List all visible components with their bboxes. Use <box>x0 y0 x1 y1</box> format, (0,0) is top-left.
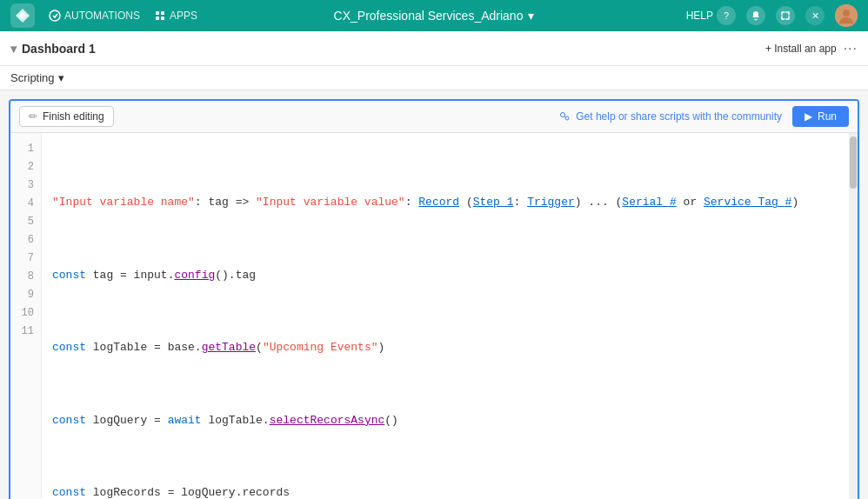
svg-rect-5 <box>161 17 164 20</box>
svg-rect-2 <box>156 11 159 15</box>
run-label: Run <box>818 110 837 123</box>
app-logo[interactable] <box>10 3 35 28</box>
line-num-10: 10 <box>10 304 41 323</box>
dashboard-title: Dashboard 1 <box>22 42 96 56</box>
line-num-2: 2 <box>10 158 41 176</box>
finish-editing-button[interactable]: ✏ Finish editing <box>19 106 114 127</box>
scripting-dropdown[interactable]: Scripting ▾ <box>10 71 64 84</box>
user-avatar[interactable] <box>835 4 858 27</box>
line-numbers: 1 2 3 4 5 6 7 8 9 10 11 <box>10 133 42 499</box>
close-icon[interactable]: ✕ <box>805 6 825 25</box>
run-icon: ▶ <box>805 110 812 123</box>
svg-rect-3 <box>161 11 164 15</box>
community-link[interactable]: Get help or share scripts with the commu… <box>558 110 782 123</box>
title-dropdown-icon: ▾ <box>528 9 534 23</box>
app-title: CX_Professional Services_Adriano <box>334 9 524 23</box>
dashboard-arrow: ▾ <box>10 42 17 56</box>
automations-label: AUTOMATIONS <box>64 10 140 22</box>
run-button[interactable]: ▶ Run <box>792 106 849 127</box>
top-navigation: AUTOMATIONS APPS CX_Professional Service… <box>0 0 868 31</box>
finish-editing-label: Finish editing <box>43 110 104 123</box>
toolbar-right: Get help or share scripts with the commu… <box>558 106 849 127</box>
nav-left: AUTOMATIONS APPS <box>10 3 197 28</box>
help-button[interactable]: HELP ? <box>686 6 736 25</box>
svg-point-8 <box>561 113 565 117</box>
install-app-button[interactable]: + Install an app <box>765 43 837 55</box>
svg-point-7 <box>843 10 850 17</box>
dashboard-bar: ▾ Dashboard 1 + Install an app ··· <box>0 31 868 66</box>
community-link-text: Get help or share scripts with the commu… <box>576 110 782 123</box>
svg-point-1 <box>50 10 60 21</box>
help-label: HELP <box>686 10 713 22</box>
line-num-4: 4 <box>10 195 41 213</box>
code-line-4: const logQuery = await logTable.selectRe… <box>52 412 838 430</box>
apps-nav[interactable]: APPS <box>154 10 197 22</box>
code-line-3: const logTable = base.getTable("Upcoming… <box>52 339 838 357</box>
dashboard-title-section: ▾ Dashboard 1 <box>10 42 96 56</box>
editor-toolbar: ✏ Finish editing Get help or share scrip… <box>10 101 858 133</box>
scrollbar[interactable] <box>849 133 858 499</box>
svg-rect-4 <box>156 17 159 20</box>
code-line-5: const logRecords = logQuery.records <box>52 484 838 499</box>
expand-icon[interactable] <box>776 6 795 25</box>
apps-label: APPS <box>170 10 197 22</box>
scripting-label-text: Scripting <box>10 71 55 84</box>
pencil-icon: ✏ <box>29 110 37 123</box>
line-num-7: 7 <box>10 250 41 268</box>
line-num-5: 5 <box>10 213 41 231</box>
nav-right: HELP ? ✕ <box>686 4 858 27</box>
scrollbar-thumb[interactable] <box>850 136 857 189</box>
script-editor: ✏ Finish editing Get help or share scrip… <box>9 99 859 499</box>
line-num-6: 6 <box>10 231 41 250</box>
automations-nav[interactable]: AUTOMATIONS <box>49 10 140 22</box>
code-line-2: const tag = input.config().tag <box>52 267 838 285</box>
notifications-icon[interactable] <box>746 6 765 25</box>
help-icon[interactable]: ? <box>717 6 736 25</box>
scripting-dropdown-icon: ▾ <box>58 71 64 84</box>
line-num-3: 3 <box>10 176 41 195</box>
code-editor-area[interactable]: 1 2 3 4 5 6 7 8 9 10 11 "Input variable … <box>10 133 858 499</box>
app-title-center[interactable]: CX_Professional Services_Adriano ▾ <box>334 9 535 23</box>
dashboard-actions: + Install an app ··· <box>765 41 858 57</box>
line-num-11: 11 <box>10 323 41 341</box>
line-num-1: 1 <box>10 140 41 158</box>
more-options-button[interactable]: ··· <box>844 41 858 57</box>
code-content[interactable]: "Input variable name": tag => "Input var… <box>42 133 849 499</box>
line-num-8: 8 <box>10 268 41 286</box>
code-line-1: "Input variable name": tag => "Input var… <box>52 194 838 212</box>
scripting-bar: Scripting ▾ <box>0 66 868 90</box>
line-num-9: 9 <box>10 286 41 304</box>
